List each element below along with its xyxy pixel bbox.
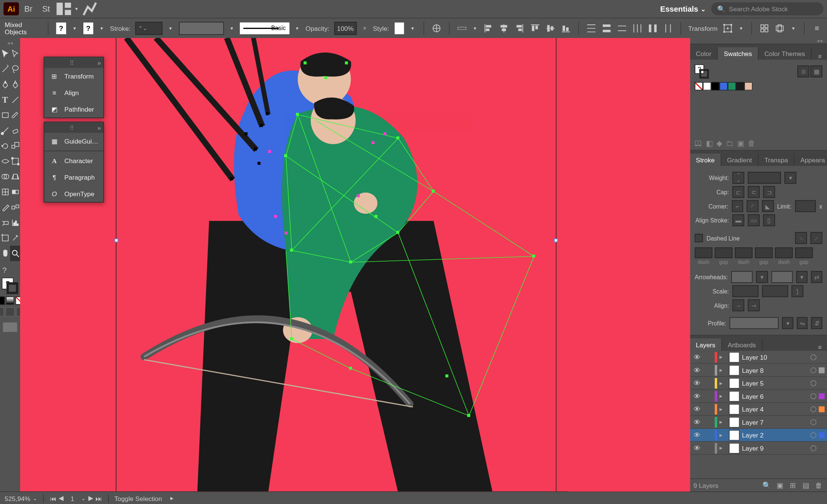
fill-dropdown[interactable]: ▾ <box>71 21 78 35</box>
swatch-fillstroke-icon[interactable]: ? <box>695 64 709 79</box>
controlbar-menu-icon[interactable]: ≡ <box>812 21 822 35</box>
dist-top-icon[interactable] <box>586 21 596 35</box>
disclose-icon[interactable]: ▸ <box>719 419 727 425</box>
weight-stepper[interactable]: ⌃⌄ <box>733 172 744 183</box>
transform-ref-icon[interactable] <box>722 21 733 35</box>
swatch[interactable] <box>703 82 711 90</box>
swatch-group-icon[interactable]: 🗀 <box>726 139 733 148</box>
stroke-box[interactable] <box>6 282 18 294</box>
magic-wand-tool[interactable] <box>0 61 10 77</box>
clip-mask-icon[interactable]: ▣ <box>775 480 785 490</box>
swatch[interactable] <box>711 82 719 90</box>
canvas[interactable] <box>20 38 690 492</box>
dist-vcenter-icon[interactable] <box>601 21 612 35</box>
swatch-list-view-icon[interactable]: ≣ <box>797 65 809 77</box>
visibility-icon[interactable]: 👁 <box>692 405 702 413</box>
visibility-icon[interactable]: 👁 <box>692 392 702 400</box>
arrow-start[interactable] <box>732 271 753 283</box>
last-artboard-icon[interactable]: ⏭ <box>95 495 102 502</box>
swatch-delete-icon[interactable]: 🗑 <box>748 139 755 148</box>
bridge-button[interactable]: Br <box>20 2 36 16</box>
visibility-icon[interactable]: 👁 <box>692 379 702 387</box>
swatch-options-icon[interactable]: ◆ <box>716 139 722 148</box>
arrow-align-b-icon[interactable]: ⤙ <box>748 300 759 311</box>
stroke-weight-dropdown[interactable]: ▾ <box>167 21 174 35</box>
profile-flip-h-icon[interactable]: ⇋ <box>797 317 808 329</box>
fill-swatch[interactable]: ? <box>56 21 67 35</box>
tab-color[interactable]: Color <box>690 47 718 60</box>
new-layer-icon[interactable]: ▤ <box>801 480 810 490</box>
free-transform-tool[interactable] <box>10 154 20 169</box>
layers-panel-menu-icon[interactable]: ≡ <box>813 344 827 351</box>
eraser-tool[interactable] <box>10 123 20 138</box>
shape-builder-tool[interactable] <box>0 169 10 184</box>
align-inside-icon[interactable]: ▭ <box>748 214 759 226</box>
align-center-icon[interactable]: ▬ <box>733 214 744 226</box>
arrange-dropdown-icon[interactable]: ▾ <box>73 2 80 16</box>
style-dropdown[interactable]: ▾ <box>409 21 416 35</box>
edit-clip-icon[interactable] <box>775 21 785 35</box>
layer-name[interactable]: Layer 6 <box>742 392 808 400</box>
layer-row[interactable]: 👁▸Layer 2 <box>690 429 827 442</box>
swatch[interactable] <box>736 82 744 90</box>
paragraph-panel-button[interactable]: ¶Paragraph <box>44 169 103 185</box>
swatch-lib-icon[interactable]: 🕮 <box>695 139 702 148</box>
vp-dropdown[interactable]: ▾ <box>229 21 235 35</box>
mesh-tool[interactable] <box>0 184 10 200</box>
character-panel-button[interactable]: ACharacter <box>44 152 103 169</box>
symbol-sprayer-tool[interactable] <box>0 215 10 230</box>
profile-field[interactable] <box>730 317 779 329</box>
layer-row[interactable]: 👁▸Layer 7 <box>690 416 827 429</box>
layer-row[interactable]: 👁▸Layer 9 <box>690 442 827 455</box>
arrow-align-a-icon[interactable]: → <box>733 300 744 311</box>
draw-behind-icon[interactable] <box>5 307 15 316</box>
transform-drop[interactable]: ▾ <box>738 21 745 35</box>
swatch-new-icon[interactable]: ▣ <box>737 139 744 148</box>
dist-right-icon[interactable] <box>663 21 673 35</box>
weight-field[interactable] <box>748 172 781 183</box>
layer-row[interactable]: 👁▸Layer 4 <box>690 403 827 416</box>
profile-drop[interactable]: ▾ <box>782 317 793 329</box>
width-tool[interactable] <box>0 154 10 169</box>
line-tool[interactable] <box>10 92 20 107</box>
zoom-field[interactable]: 525,94% ⌄ <box>5 495 38 502</box>
visibility-icon[interactable]: 👁 <box>692 353 702 361</box>
lasso-tool[interactable] <box>10 61 20 77</box>
swatch[interactable] <box>719 82 728 90</box>
toolbar-collapse-icon[interactable]: ◂◂ <box>0 40 20 46</box>
locate-layer-icon[interactable]: 🔍 <box>762 480 771 490</box>
swatches-panel-menu-icon[interactable]: ≡ <box>813 53 827 60</box>
shaper-tool[interactable] <box>0 123 10 138</box>
gradient-tool[interactable] <box>10 184 20 200</box>
target-icon[interactable] <box>810 393 816 399</box>
arrow-start-drop[interactable]: ▾ <box>756 271 768 283</box>
brush-tool[interactable] <box>10 107 20 123</box>
gradient-mode-icon[interactable] <box>6 297 14 305</box>
panel-grip-icon[interactable]: ⠿ <box>47 59 97 66</box>
corner-round-icon[interactable]: ◜ <box>747 200 759 212</box>
dashed-checkbox[interactable] <box>695 234 703 242</box>
dash-preserve-icon[interactable]: ⟍ <box>795 232 807 244</box>
align-hcenter-icon[interactable] <box>499 21 509 35</box>
disclose-icon[interactable]: ▸ <box>719 445 727 451</box>
swatch[interactable] <box>695 82 703 90</box>
weight-dropdown[interactable]: ▾ <box>785 172 796 183</box>
type-panel-group[interactable]: ⠿» ▦GuideGui… ACharacter ¶Paragraph OOpe… <box>44 122 104 203</box>
arrow-scale-link-icon[interactable]: ⟆ <box>792 285 803 297</box>
arrow-scale-start[interactable] <box>733 285 759 297</box>
panel-collapse-icon[interactable]: » <box>97 124 101 131</box>
align-panel-button[interactable]: ≡Align <box>44 85 103 101</box>
tab-swatches[interactable]: Swatches <box>718 47 759 60</box>
scale-tool[interactable] <box>10 138 20 154</box>
curvature-tool[interactable] <box>10 77 20 92</box>
dist-bottom-icon[interactable] <box>616 21 627 35</box>
rotate-tool[interactable] <box>0 138 10 154</box>
panel-collapse-icon[interactable]: ▸▸ <box>690 38 827 44</box>
tab-color-themes[interactable]: Color Themes <box>759 47 812 60</box>
transform-panel-button[interactable]: ⊞Transform <box>44 68 103 85</box>
visibility-icon[interactable]: 👁 <box>692 418 702 426</box>
swatch-grid-view-icon[interactable]: ▦ <box>810 65 822 77</box>
prev-artboard-icon[interactable]: ◀ <box>59 494 64 502</box>
tab-gradient[interactable]: Gradient <box>721 154 758 166</box>
arrow-end[interactable] <box>771 271 792 283</box>
